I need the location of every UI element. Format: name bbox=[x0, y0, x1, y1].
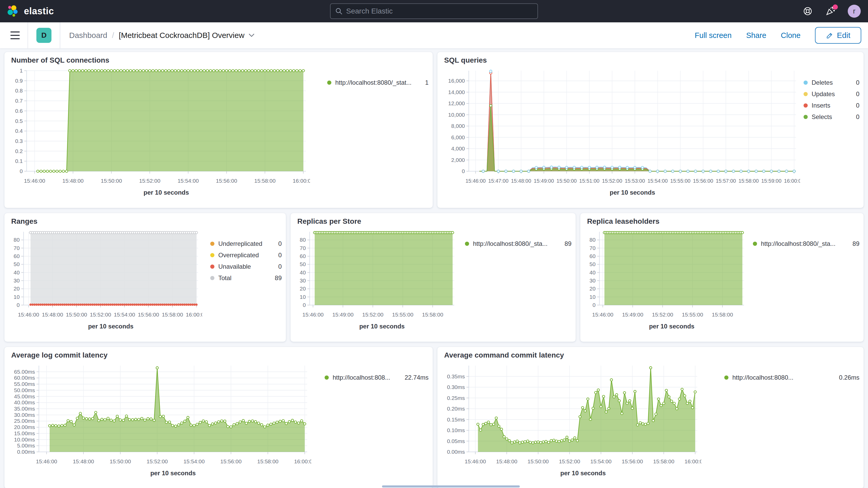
chart-legend: http://localhost:8080/_stat...1 bbox=[327, 66, 429, 199]
svg-text:60: 60 bbox=[300, 253, 306, 259]
svg-text:0: 0 bbox=[462, 168, 465, 174]
svg-text:16,000: 16,000 bbox=[448, 78, 465, 84]
legend-series-value: 0 bbox=[848, 90, 860, 98]
help-icon[interactable] bbox=[802, 5, 813, 17]
svg-text:10.00ms: 10.00ms bbox=[14, 436, 35, 443]
svg-text:0.4: 0.4 bbox=[15, 128, 23, 134]
legend-item[interactable]: http://localhost:808...22.74ms bbox=[324, 372, 429, 383]
svg-text:60: 60 bbox=[13, 253, 20, 259]
chart-number-of-sql-connections[interactable]: 10.90.80.70.60.50.40.30.20.1015:46:0015:… bbox=[8, 66, 310, 199]
horizontal-scrollbar[interactable] bbox=[382, 485, 520, 487]
svg-text:15:58:00: 15:58:00 bbox=[422, 311, 443, 317]
breadcrumb-separator: / bbox=[112, 31, 114, 40]
avatar-letter: r bbox=[853, 7, 855, 15]
chart-sql-queries[interactable]: 16,00014,00012,00010,0008,0006,0004,0002… bbox=[441, 66, 800, 199]
breadcrumb: Dashboard / [Metricbeat CockroachDB] Ove… bbox=[69, 31, 254, 40]
chart-replica-leaseholders[interactable]: 8070605040302010015:46:0015:49:0015:52:0… bbox=[585, 227, 748, 332]
legend-series-value: 0 bbox=[271, 240, 282, 247]
svg-text:15:54:00: 15:54:00 bbox=[114, 311, 135, 317]
chart-average-log-commit-latency[interactable]: 65.00ms60.00ms55.00ms50.00ms45.00ms40.00… bbox=[8, 361, 311, 479]
svg-text:0.3: 0.3 bbox=[15, 138, 23, 144]
legend-series-label: Underreplicated bbox=[218, 240, 262, 247]
legend-series-dot bbox=[804, 103, 808, 108]
legend-series-label: http://localhost:8080... bbox=[732, 374, 794, 381]
svg-text:15:51:00: 15:51:00 bbox=[579, 178, 599, 184]
space-badge-letter: D bbox=[41, 31, 46, 39]
legend-item[interactable]: Updates0 bbox=[804, 88, 860, 100]
svg-text:15:48:00: 15:48:00 bbox=[62, 178, 84, 184]
legend-series-value: 0 bbox=[271, 251, 282, 259]
clone-button[interactable]: Clone bbox=[781, 31, 801, 40]
news-icon[interactable] bbox=[825, 5, 836, 17]
legend-series-value: 0 bbox=[848, 113, 860, 121]
svg-text:2,000: 2,000 bbox=[451, 157, 465, 163]
chart-average-command-commit-latency[interactable]: 0.35ms0.30ms0.25ms0.20ms0.15ms0.10ms0.05… bbox=[441, 361, 702, 479]
global-search[interactable] bbox=[330, 3, 538, 19]
svg-text:25.00ms: 25.00ms bbox=[14, 418, 35, 424]
elastic-logo-icon bbox=[7, 5, 19, 17]
full-screen-button[interactable]: Full screen bbox=[695, 31, 732, 40]
space-badge[interactable]: D bbox=[36, 28, 52, 43]
panel-title: Average log commit latency bbox=[11, 351, 433, 359]
panel-average-command-commit-latency: Average command commit latency 0.35ms0.3… bbox=[437, 347, 864, 488]
svg-text:0: 0 bbox=[17, 302, 20, 308]
svg-text:15:46:00: 15:46:00 bbox=[18, 311, 39, 317]
dashboard-grid: Number of SQL connections 10.90.80.70.60… bbox=[0, 48, 868, 488]
svg-text:10: 10 bbox=[300, 294, 306, 300]
legend-item[interactable]: http://localhost:8080/_sta...89 bbox=[753, 238, 860, 249]
svg-text:16:00:00: 16:00:00 bbox=[784, 178, 800, 184]
legend-item[interactable]: Underreplicated0 bbox=[210, 238, 282, 249]
legend-series-value: 0 bbox=[848, 102, 860, 109]
svg-text:80: 80 bbox=[13, 237, 20, 243]
menu-icon[interactable] bbox=[10, 31, 20, 39]
svg-text:60.00ms: 60.00ms bbox=[14, 375, 35, 381]
legend-item[interactable]: Selects0 bbox=[804, 111, 860, 123]
svg-text:30: 30 bbox=[13, 277, 20, 283]
svg-text:45.00ms: 45.00ms bbox=[14, 393, 35, 399]
legend-item[interactable]: Overreplicated0 bbox=[210, 249, 282, 261]
legend-item[interactable]: http://localhost:8080...0.26ms bbox=[724, 372, 860, 383]
legend-item[interactable]: http://localhost:8080/_stat...1 bbox=[327, 77, 429, 88]
edit-button[interactable]: Edit bbox=[815, 27, 861, 44]
svg-text:0: 0 bbox=[592, 302, 596, 308]
svg-text:15:48:00: 15:48:00 bbox=[73, 458, 94, 464]
svg-text:30: 30 bbox=[300, 277, 306, 283]
svg-text:15:50:00: 15:50:00 bbox=[66, 311, 87, 317]
legend-item[interactable]: Inserts0 bbox=[804, 100, 860, 111]
chart-legend: http://localhost:808...22.74ms bbox=[324, 361, 429, 479]
svg-text:15:49:00: 15:49:00 bbox=[332, 311, 354, 317]
svg-text:15:46:00: 15:46:00 bbox=[303, 311, 324, 317]
legend-item[interactable]: Total89 bbox=[210, 272, 282, 284]
svg-text:15:55:00: 15:55:00 bbox=[392, 311, 413, 317]
svg-text:16:00:00: 16:00:00 bbox=[292, 178, 310, 184]
chevron-down-icon[interactable] bbox=[249, 33, 254, 37]
legend-item[interactable]: http://localhost:8080/_sta...89 bbox=[465, 238, 571, 249]
svg-text:35.00ms: 35.00ms bbox=[14, 406, 35, 411]
legend-series-label: http://localhost:8080/_sta... bbox=[761, 240, 836, 247]
chart-ranges[interactable]: 8070605040302010015:46:0015:48:0015:50:0… bbox=[8, 227, 202, 332]
svg-text:65.00ms: 65.00ms bbox=[14, 369, 35, 375]
svg-text:40: 40 bbox=[300, 270, 306, 275]
legend-item[interactable]: Unavailable0 bbox=[210, 261, 282, 272]
svg-text:16:00:00: 16:00:00 bbox=[684, 458, 702, 464]
breadcrumb-dashboard[interactable]: Dashboard bbox=[69, 31, 107, 40]
svg-text:15:52:00: 15:52:00 bbox=[90, 311, 111, 317]
panel-title: Ranges bbox=[11, 217, 286, 225]
chart-replicas-per-store[interactable]: 8070605040302010015:46:0015:49:0015:52:0… bbox=[295, 227, 458, 332]
elastic-logo[interactable]: elastic bbox=[7, 5, 54, 17]
svg-text:10: 10 bbox=[589, 294, 595, 300]
legend-item[interactable]: Deletes0 bbox=[804, 77, 860, 88]
search-input[interactable] bbox=[346, 7, 533, 15]
avatar[interactable]: r bbox=[848, 5, 861, 18]
svg-text:15:48:00: 15:48:00 bbox=[511, 178, 531, 184]
legend-series-dot bbox=[210, 276, 214, 280]
svg-text:6,000: 6,000 bbox=[451, 134, 465, 140]
panel-ranges: Ranges 8070605040302010015:46:0015:48:00… bbox=[4, 213, 286, 342]
svg-text:1: 1 bbox=[20, 67, 23, 73]
share-button[interactable]: Share bbox=[746, 31, 766, 40]
legend-series-dot bbox=[210, 242, 214, 246]
svg-text:50: 50 bbox=[589, 261, 595, 267]
svg-text:40: 40 bbox=[589, 270, 595, 275]
svg-text:15:52:00: 15:52:00 bbox=[362, 311, 383, 317]
svg-text:80: 80 bbox=[589, 237, 595, 243]
